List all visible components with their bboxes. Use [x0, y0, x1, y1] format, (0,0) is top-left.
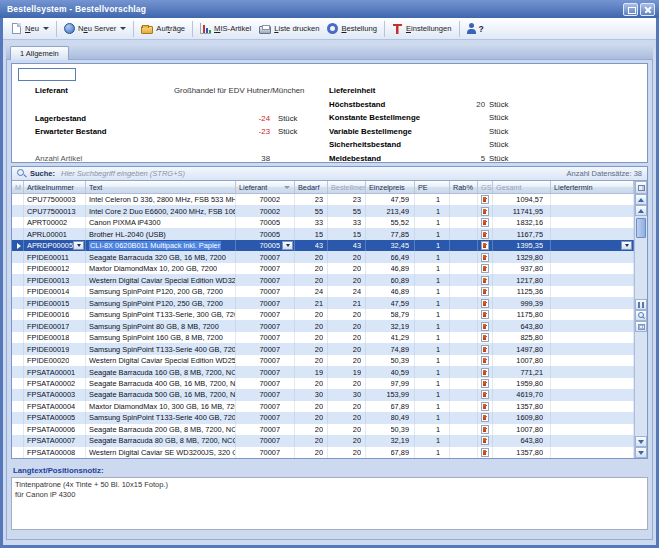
dropdown-button[interactable] — [282, 241, 293, 250]
toolbar-button-auftr-ge[interactable]: Aufträge — [137, 21, 189, 36]
cell-rab — [450, 274, 478, 285]
search-input[interactable] — [59, 168, 563, 179]
cell-gs — [478, 251, 493, 262]
toolbar-button-neu[interactable]: Neu — [7, 21, 53, 36]
pause-icon[interactable] — [635, 299, 647, 310]
column-header-gs[interactable]: GS — [478, 181, 493, 193]
dropdown-button[interactable] — [621, 241, 632, 250]
table-row[interactable]: FPIDE00016Samsung SpinPoint T133-Serie, … — [12, 309, 634, 320]
field-value-anzahl-artikel: 38 — [172, 154, 270, 163]
column-header-gesamt[interactable]: Gesamt — [493, 181, 551, 193]
scroll-down-icon[interactable] — [635, 436, 647, 447]
cell-text: 1395,35 — [516, 241, 543, 250]
table-row[interactable]: FPSATA00003Seagate Barracuda 500 GB, 16 … — [12, 389, 634, 400]
table-row[interactable]: FPIDE00020Western Digital Caviar Special… — [12, 355, 634, 366]
cell-rab — [450, 366, 478, 377]
column-header-lieferant[interactable]: Lieferant — [236, 181, 295, 193]
column-header-bedarf[interactable]: Bedarf — [295, 181, 328, 193]
column-header-einzelpreis[interactable]: Einzelpreis — [366, 181, 415, 193]
up-arrow-glyph — [638, 209, 644, 213]
cell-text: 74,89 — [391, 345, 410, 354]
toolbar-button-neu-server[interactable]: Neu Server — [60, 21, 130, 36]
row-marker-cell — [12, 309, 24, 320]
restore-icon[interactable] — [623, 3, 638, 16]
toolbar-button-liste-drucken[interactable]: Liste drucken — [255, 22, 323, 36]
dropdown-button[interactable] — [73, 241, 84, 250]
table-row[interactable]: FPSATA00002Seagate Barracuda 400 GB, 16 … — [12, 378, 634, 389]
table-row[interactable]: FPIDE00017Samsung SpinPoint 80 GB, 8 MB,… — [12, 320, 634, 331]
column-header-artikelnummer[interactable]: Artikelnummer — [24, 181, 86, 193]
table-row[interactable]: APRL00001Brother HL-2040 (USB)7000515157… — [12, 228, 634, 239]
column-chooser-icon[interactable] — [635, 181, 647, 194]
column-header-liefertermin[interactable]: Liefertermin — [551, 181, 634, 193]
toolbar-button-einstellungen[interactable]: Einstellungen — [388, 21, 456, 36]
table-row[interactable]: FPSATA00007Seagate Barracuda 80 GB, 8 MB… — [12, 435, 634, 446]
table-row[interactable]: CPU77500003Intel Celeron D 336, 2800 MHz… — [12, 194, 634, 205]
cell-lieferant: 70007 — [236, 286, 295, 297]
cell-text: 1 — [436, 264, 440, 273]
table-row[interactable]: FPIDE00012Maxtor DiamondMax 10, 200 GB, … — [12, 263, 634, 274]
column-header-rab[interactable]: Rab% — [450, 181, 478, 193]
scroll-up-icon[interactable] — [635, 205, 647, 216]
cell-text: 1609,80 — [516, 413, 543, 422]
cell-text: Samsung SpinPoint P120, 200 GB, 7200 — [89, 287, 223, 296]
table-row[interactable]: APRDP00005CLI-8X 0620B011 Multipack inkl… — [12, 240, 634, 251]
up-arrow-glyph — [638, 198, 644, 202]
table-row[interactable]: FPIDE00019Samsung SpinPoint T133-Serie 4… — [12, 343, 634, 354]
cell-liefertermin — [551, 435, 634, 446]
tab-allgemein[interactable]: 1 Allgemein — [10, 46, 69, 60]
row-marker-cell — [12, 447, 24, 458]
cell-gs — [478, 401, 493, 412]
search-bar: Suche: Anzahl Datensätze: 38 — [12, 167, 647, 181]
toolbar-button-help[interactable]: ? — [463, 21, 488, 36]
cell-einzelpreis: 97,99 — [366, 378, 415, 389]
cell-text: Western Digital Caviar SE WD3200JS, 320 … — [86, 447, 236, 458]
cell-text: 20 — [315, 425, 323, 434]
dropdown-arrow-icon[interactable] — [43, 27, 49, 30]
cell-gs — [478, 332, 493, 343]
column-header-pe[interactable]: PE — [415, 181, 450, 193]
scrollbar-thumb[interactable] — [636, 218, 646, 238]
magnifier-icon[interactable] — [635, 310, 647, 321]
field-label-variable-bestellmenge: Variable Bestellmenge — [329, 127, 412, 136]
scroll-top-icon[interactable] — [635, 194, 647, 205]
table-row[interactable]: FPIDE00014Samsung SpinPoint P120, 200 GB… — [12, 286, 634, 297]
close-icon[interactable] — [640, 3, 655, 16]
cell-rab — [450, 309, 478, 320]
column-header-bestellmenge[interactable]: Bestellmenge — [328, 181, 366, 193]
form-edit-box[interactable] — [18, 68, 76, 81]
cell-gesamt: 999,39 — [493, 297, 551, 308]
bar-chart-icon — [200, 23, 211, 34]
table-row[interactable]: CPU77500013Intel Core 2 Duo E6600, 2400 … — [12, 205, 634, 216]
cell-text: 24 — [315, 287, 323, 296]
cell-artikelnummer: CPU77500003 — [24, 194, 86, 205]
filter-grid-icon[interactable] — [635, 321, 647, 332]
table-row[interactable]: FPSATA00005Samsung SpinPoint T133-Serie … — [12, 412, 634, 423]
cell-einzelpreis: 46,89 — [366, 263, 415, 274]
cell-lieferant: 70002 — [236, 194, 295, 205]
scroll-bottom-icon[interactable] — [635, 447, 647, 458]
toolbar-button-bestellung[interactable]: Bestellung — [323, 21, 380, 36]
column-header-label: Bestellmenge — [331, 183, 366, 192]
column-header-text[interactable]: Text — [86, 181, 236, 193]
toolbar-button-mis-artikel[interactable]: MIS-Artikel — [196, 21, 255, 36]
cell-text: 1 — [436, 310, 440, 319]
table-row[interactable]: APRT00002Canon PIXMA iP430070005333355,5… — [12, 217, 634, 228]
table-row[interactable]: FPSATA00001Seagate Barracuda 160 GB, 8 M… — [12, 366, 634, 377]
table-row[interactable]: FPSATA00006Seagate Barracuda 200 GB, 8 M… — [12, 424, 634, 435]
cell-pe: 1 — [415, 194, 450, 205]
table-row[interactable]: FPIDE00018Samsung SpinPoint 160 GB, 8 MB… — [12, 332, 634, 343]
cell-bestellmenge: 20 — [328, 412, 366, 423]
table-row[interactable]: FPSATA00004Maxtor DiamondMax 10, 300 GB,… — [12, 401, 634, 412]
table-row[interactable]: FPSATA00008Western Digital Caviar SE WD3… — [12, 447, 634, 458]
table-row[interactable]: FPIDE00013Western Digital Caviar Special… — [12, 274, 634, 285]
vertical-scrollbar[interactable] — [634, 181, 647, 458]
cell-rab — [450, 435, 478, 446]
column-header-m[interactable]: M — [12, 181, 24, 193]
cell-text: CLI-8X 0620B011 Multipack inkl. Papier — [86, 240, 236, 251]
note-textarea[interactable]: Tintenpatrone (4x Tinte + 50 Bl. 10x15 F… — [11, 477, 648, 530]
table-row[interactable]: FPIDE00011Seagate Barracuda 320 GB, 16 M… — [12, 251, 634, 262]
table-row[interactable]: FPIDE00015Samsung SpinPoint P120, 250 GB… — [12, 297, 634, 308]
dropdown-arrow-icon[interactable] — [120, 27, 126, 30]
field-label-konstante-bestellmenge: Konstante Bestellmenge — [329, 113, 420, 122]
